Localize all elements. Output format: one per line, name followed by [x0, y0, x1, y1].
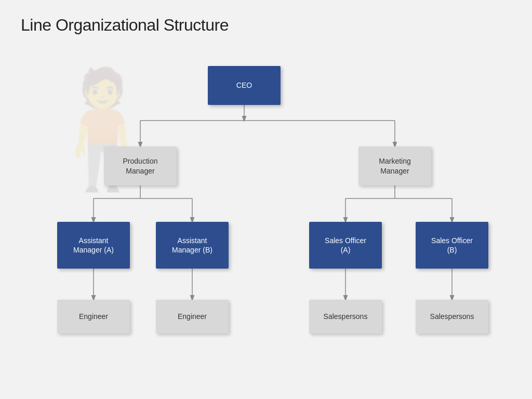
asst-manager-a-box: AssistantManager (A): [57, 222, 130, 269]
asst-manager-b-box: AssistantManager (B): [156, 222, 229, 269]
sales-officer-b-box: Sales Officer(B): [416, 222, 488, 269]
marketing-manager-box: MarketingManager: [358, 147, 431, 185]
salespersons-b-box: Salespersons: [416, 300, 488, 334]
engineer-a-box: Engineer: [57, 300, 130, 334]
engineer-b-box: Engineer: [156, 300, 229, 334]
page-title: Line Organizational Structure: [21, 16, 511, 35]
org-chart: CEO ProductionManager MarketingManager A…: [21, 45, 511, 398]
production-manager-box: ProductionManager: [104, 147, 177, 185]
sales-officer-a-box: Sales Officer(A): [309, 222, 382, 269]
page: Line Organizational Structure 🧍: [0, 0, 532, 399]
salespersons-a-box: Salespersons: [309, 300, 382, 334]
ceo-box: CEO: [208, 66, 281, 105]
